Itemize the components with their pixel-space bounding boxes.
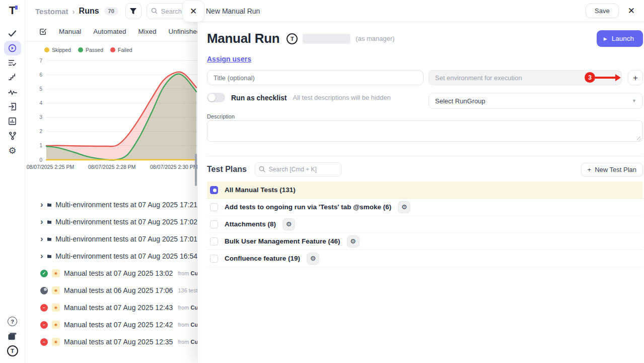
run-folder-row[interactable]: › Multi-environment tests at 07 Aug 2025…: [25, 196, 197, 213]
chevron-right-icon[interactable]: ›: [40, 253, 43, 260]
svg-text:3: 3: [39, 114, 42, 120]
test-plans-search-input[interactable]: [255, 162, 341, 176]
run-row[interactable]: ✷ Manual tests at 06 Aug 2025 17:06 136 …: [25, 282, 197, 299]
select-all-icon[interactable]: [39, 24, 47, 39]
test-plan-label[interactable]: Add tests to ongoing run via 'Tests' tab…: [225, 203, 391, 211]
test-plan-label[interactable]: Confluence feature (19): [225, 255, 300, 262]
run-row[interactable]: – ✷ Manual tests at 07 Aug 2025 12:42 fr…: [25, 316, 197, 333]
folder-icon: [47, 236, 52, 243]
close-icon[interactable]: ✕: [626, 5, 637, 17]
launch-button[interactable]: ▶ Launch: [597, 30, 643, 47]
chevron-down-icon: ▼: [632, 98, 636, 103]
filter-button[interactable]: [125, 3, 141, 19]
runs-area-chart: 0123456708/07/2025 2:25 PM08/07/2025 2:2…: [25, 54, 197, 175]
description-textarea[interactable]: [207, 120, 643, 142]
test-plan-row[interactable]: Add tests to ongoing run via 'Tests' tab…: [207, 199, 643, 216]
checkbox[interactable]: [210, 255, 218, 263]
run-folder-row[interactable]: › Multi-environment tests at 07 Aug 2025…: [25, 230, 197, 248]
tab-manual[interactable]: Manual: [59, 28, 81, 35]
test-plan-label[interactable]: Attachments (8): [225, 220, 276, 228]
svg-text:1: 1: [39, 143, 42, 148]
settings-gear-icon[interactable]: ⚙: [4, 143, 21, 158]
runs-list: › Multi-environment tests at 07 Aug 2025…: [25, 196, 197, 350]
checkbox[interactable]: [210, 237, 218, 246]
run-row[interactable]: – ✷ Manual tests at 07 Aug 2025 12:35 fr…: [25, 333, 197, 350]
run-row[interactable]: – ✷ Manual tests at 07 Aug 2025 12:43 fr…: [25, 299, 197, 316]
import-icon[interactable]: [4, 99, 21, 114]
chevron-right-icon[interactable]: ›: [40, 235, 43, 243]
branch-icon[interactable]: [4, 129, 21, 143]
run-folder-row[interactable]: › Multi-environment tests at 07 Aug 2025…: [25, 248, 197, 265]
test-plan-label[interactable]: All Manual Tests (131): [225, 186, 296, 194]
checkbox-checked[interactable]: [210, 186, 218, 194]
resize-handle[interactable]: [637, 137, 641, 141]
run-title[interactable]: Manual tests at 07 Aug 2025 13:02: [64, 269, 173, 277]
save-button[interactable]: Save: [586, 4, 619, 18]
checkbox[interactable]: [210, 220, 218, 228]
analytics-chart-icon[interactable]: [4, 114, 21, 129]
account-badge-icon[interactable]: T: [4, 343, 21, 358]
chevron-right-icon[interactable]: ›: [40, 201, 43, 208]
run-title[interactable]: Manual tests at 07 Aug 2025 12:42: [64, 321, 173, 329]
chart-legend: Skipped Passed Failed: [25, 47, 197, 53]
test-plan-row[interactable]: Bulk User Management Feature (46) ⚙: [207, 233, 643, 250]
test-plans-icon[interactable]: [4, 55, 21, 70]
help-icon[interactable]: ?: [4, 314, 21, 329]
title-input[interactable]: [207, 70, 423, 85]
breadcrumb-app[interactable]: Testomat: [35, 7, 68, 16]
assign-users-link[interactable]: Assign users: [207, 55, 251, 63]
gear-icon[interactable]: ⚙: [347, 235, 360, 248]
svg-text:08/07/2025 2:25 PM: 08/07/2025 2:25 PM: [27, 164, 75, 170]
chevron-right-icon[interactable]: ›: [40, 218, 43, 225]
gear-icon[interactable]: ⚙: [307, 253, 319, 265]
manager-name-redacted: [303, 34, 350, 44]
svg-text:5: 5: [39, 86, 42, 92]
tab-automated[interactable]: Automated: [93, 28, 126, 35]
test-plan-row[interactable]: Confluence feature (19) ⚙: [207, 250, 643, 267]
run-title[interactable]: Multi-environment tests at 07 Aug 2025 1…: [55, 201, 197, 209]
folder-icon: [47, 253, 52, 260]
run-title[interactable]: Multi-environment tests at 07 Aug 2025 1…: [55, 235, 197, 243]
checkbox[interactable]: [210, 203, 218, 211]
svg-text:2: 2: [39, 129, 42, 134]
runs-play-icon[interactable]: [4, 41, 21, 55]
run-title[interactable]: Manual tests at 06 Aug 2025 17:06: [64, 286, 173, 294]
test-plans-title: Test Plans: [207, 165, 247, 174]
checklist-hint: All test descriptions will be hidden: [293, 94, 391, 101]
run-row[interactable]: ✓ ✷ Manual tests at 07 Aug 2025 13:02 fr…: [25, 265, 197, 282]
add-environment-button[interactable]: +: [628, 70, 643, 85]
run-title[interactable]: Manual tests at 07 Aug 2025 12:43: [64, 304, 173, 312]
runs-count-badge: 70: [104, 7, 118, 15]
tab-mixed[interactable]: Mixed: [138, 28, 157, 35]
run-folder-row[interactable]: › Multi-environment tests at 07 Aug 2025…: [25, 213, 197, 230]
milestones-stairs-icon[interactable]: [4, 70, 21, 85]
test-plan-label[interactable]: Bulk User Management Feature (46): [225, 237, 340, 245]
projects-stack-icon[interactable]: [4, 329, 21, 343]
runs-topbar: Testomat › Runs 70 ✕: [25, 0, 197, 22]
status-failed-icon: –: [40, 304, 48, 312]
tests-check-icon[interactable]: [4, 26, 21, 41]
status-failed-icon: –: [40, 338, 48, 346]
close-search-button[interactable]: ✕: [182, 0, 204, 22]
new-test-plan-button[interactable]: + New Test Plan: [581, 163, 643, 176]
breadcrumb-separator: ›: [73, 7, 75, 16]
test-plan-row[interactable]: Attachments (8) ⚙: [207, 216, 643, 233]
tab-unfinished[interactable]: Unfinished: [169, 28, 201, 35]
panel-scrollbar[interactable]: [195, 154, 197, 186]
gear-icon[interactable]: ⚙: [282, 218, 295, 230]
pulse-activity-icon[interactable]: [4, 85, 21, 99]
run-title[interactable]: Multi-environment tests at 07 Aug 2025 1…: [55, 252, 197, 260]
run-as-checklist-toggle[interactable]: [207, 93, 225, 102]
description-label: Description: [207, 113, 643, 119]
manual-run-icon: ✷: [52, 321, 60, 329]
form-row-checklist-rungroup: Run as checklist All test descriptions w…: [207, 93, 643, 109]
passed-dot-icon: [78, 47, 83, 52]
gear-icon[interactable]: ⚙: [398, 201, 410, 213]
run-title[interactable]: Multi-environment tests at 07 Aug 2025 1…: [55, 218, 197, 226]
app-logo-icon[interactable]: T: [9, 4, 16, 17]
plus-icon: +: [588, 166, 592, 173]
breadcrumb-page[interactable]: Runs: [79, 7, 99, 16]
test-plan-row-all-manual[interactable]: All Manual Tests (131): [207, 182, 643, 199]
rungroup-select[interactable]: Select RunGroup ▼: [428, 93, 643, 109]
run-title[interactable]: Manual tests at 07 Aug 2025 12:35: [64, 338, 173, 346]
